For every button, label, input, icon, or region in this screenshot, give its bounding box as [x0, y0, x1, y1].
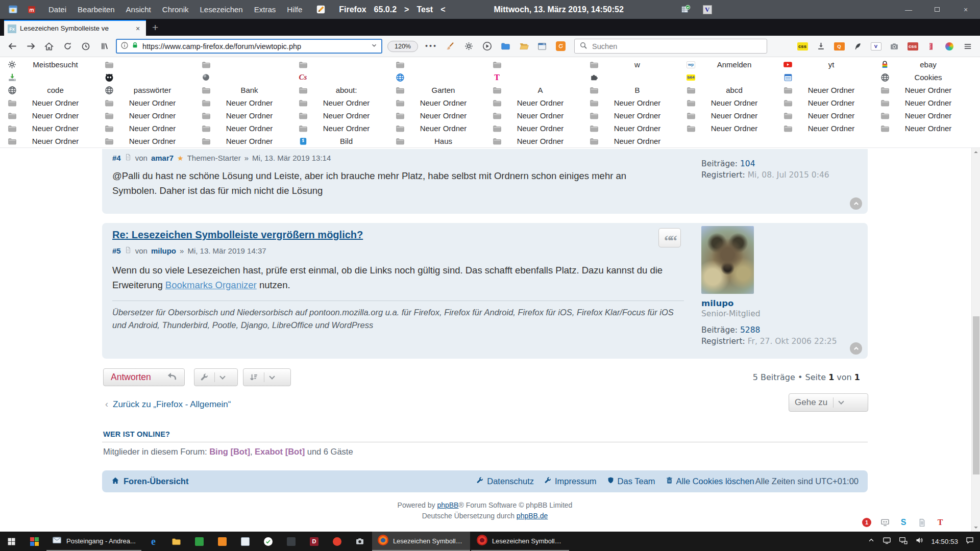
bookmark-item-neuer-ordner[interactable]: Neuer Ordner: [874, 122, 971, 135]
bookmark-item-neuer-ordner[interactable]: Neuer Ordner: [1, 96, 98, 109]
close-button[interactable]: ×: [951, 0, 980, 19]
tray-expand-icon[interactable]: [868, 537, 875, 546]
menu-ansicht[interactable]: Ansicht: [120, 5, 157, 14]
taskbar-icon-note-app[interactable]: [234, 532, 257, 551]
taskbar-icon-check-app[interactable]: [257, 532, 280, 551]
bookmark-item-about-[interactable]: about:: [292, 84, 389, 96]
tray-monitor-app-icon[interactable]: [880, 517, 890, 528]
bookmark-item-neuer-ordner[interactable]: Neuer Ordner: [583, 96, 680, 109]
ruler-icon[interactable]: [922, 38, 940, 55]
post4-postcount-link[interactable]: 104: [740, 159, 755, 168]
bookmark-item-neuer-ordner[interactable]: Neuer Ordner: [680, 96, 777, 109]
bookmark-item-cookies[interactable]: Cookies: [874, 71, 971, 84]
bookmarks-organizer-link[interactable]: Bookmarks Organizer: [165, 280, 257, 290]
session-refresh-icon[interactable]: [551, 38, 570, 55]
css-red-badge[interactable]: css: [903, 38, 922, 55]
bookmark-item[interactable]: [292, 58, 389, 71]
bookmark-item-anmelden[interactable]: wpAnmelden: [680, 58, 777, 71]
taskbar-button-firefox-2[interactable]: Lesezeichen Symbolle...: [471, 532, 569, 551]
bookmark-item-neuer-ordner[interactable]: Neuer Ordner: [680, 109, 777, 122]
home-button[interactable]: [40, 38, 58, 55]
tray-doc-app-icon[interactable]: [917, 517, 927, 528]
v-app-icon[interactable]: V: [701, 4, 714, 16]
scrollbar-thumb[interactable]: [973, 316, 979, 474]
post5-username-link[interactable]: milupo: [701, 298, 733, 308]
download-icon[interactable]: [812, 38, 830, 55]
bing-bot-link[interactable]: Bing [Bot]: [209, 447, 250, 456]
media-play-icon[interactable]: [478, 38, 496, 55]
back-button[interactable]: [3, 38, 21, 55]
site-info-icon[interactable]: [120, 41, 129, 52]
reply-button[interactable]: Antworten: [103, 368, 185, 386]
scrollbar-up-icon[interactable]: [972, 148, 980, 156]
bookmark-item-a[interactable]: A: [486, 84, 583, 96]
sort-dropdown-icon[interactable]: [264, 369, 280, 386]
post5-title-link[interactable]: Re: Lesezeichen Symbolleiste vergrößern …: [112, 229, 363, 241]
bookmark-item[interactable]: [98, 58, 195, 71]
minimize-button[interactable]: —: [894, 0, 923, 19]
bookmark-item-neuer-ordner[interactable]: Neuer Ordner: [195, 122, 292, 135]
taskbar-icon-dark-app[interactable]: [280, 532, 303, 551]
post4-author-link[interactable]: amar7: [151, 154, 174, 162]
post-doc-icon[interactable]: [125, 154, 132, 162]
colors-app-icon[interactable]: [23, 532, 46, 551]
search-bar[interactable]: Suchen: [574, 39, 767, 54]
bookmark-window-icon[interactable]: [7, 4, 19, 16]
pencil-note-icon[interactable]: [314, 4, 327, 16]
taskbar-icon-green-app[interactable]: [188, 532, 211, 551]
bookmark-item-neuer-ordner[interactable]: Neuer Ordner: [777, 96, 874, 109]
taskbar-icon-orange-app[interactable]: [211, 532, 234, 551]
bookmark-item[interactable]: Cs: [292, 71, 389, 84]
bookmark-item[interactable]: [777, 71, 874, 84]
bookmark-item-neuer-ordner[interactable]: Neuer Ordner: [195, 96, 292, 109]
forum-overview-link[interactable]: Foren-Übersicht: [111, 477, 188, 487]
footer-link-alle-cookies-l-schen[interactable]: Alle Cookies löschen: [666, 477, 754, 486]
network-icon[interactable]: [899, 536, 908, 547]
reload-button[interactable]: [58, 38, 77, 55]
bookmark-item-code[interactable]: code: [1, 84, 98, 96]
new-tab-button[interactable]: +: [152, 20, 158, 35]
bookmark-item-neuer-ordner[interactable]: Neuer Ordner: [777, 122, 874, 135]
settings-gear-icon[interactable]: [459, 38, 478, 55]
bookmark-item-neuer-ordner[interactable]: Neuer Ordner: [874, 109, 971, 122]
bookmark-item-neuer-ordner[interactable]: Neuer Ordner: [98, 122, 195, 135]
bookmark-item[interactable]: [195, 71, 292, 84]
zoom-indicator[interactable]: 120%: [387, 41, 418, 52]
bookmark-item[interactable]: [98, 71, 195, 84]
bookmark-item-neuer-ordner[interactable]: Neuer Ordner: [389, 109, 486, 122]
exabot-link[interactable]: Exabot [Bot]: [255, 447, 305, 456]
taskbar-icon-camera-app[interactable]: [349, 532, 372, 551]
urlbar-dropdown-icon[interactable]: [371, 42, 378, 51]
bookmark-item-neuer-ordner[interactable]: Neuer Ordner: [777, 84, 874, 96]
bookmark-item-yt[interactable]: yt: [777, 58, 874, 71]
bookmark-item-neuer-ordner[interactable]: Neuer Ordner: [486, 122, 583, 135]
taskbar-icon-d-app[interactable]: D: [303, 532, 326, 551]
bookmark-item[interactable]: [1, 71, 98, 84]
bookmark-item-abcd[interactable]: abcd: [680, 84, 777, 96]
menu-extras[interactable]: Extras: [249, 5, 282, 14]
topic-tools-button[interactable]: [194, 368, 238, 386]
bookmark-item-b[interactable]: B: [583, 84, 680, 96]
bookmark-item[interactable]: [389, 58, 486, 71]
open-folder-icon[interactable]: [514, 38, 533, 55]
phpbb-de-link[interactable]: phpBB.de: [517, 512, 548, 520]
bookmark-item-neuer-ordner[interactable]: Neuer Ordner: [1, 109, 98, 122]
display-icon[interactable]: [883, 536, 891, 547]
scrollbar-down-icon[interactable]: [972, 523, 980, 532]
forward-button[interactable]: [21, 38, 40, 55]
tab-lesezeichen-symbolleiste[interactable]: Fx Lesezeichen Symbolleiste ve ×: [4, 20, 146, 36]
taskbar-button-firefox-1[interactable]: Lesezeichen Symbolle...: [372, 532, 470, 551]
bookmark-item-neuer-ordner[interactable]: Neuer Ordner: [777, 109, 874, 122]
bookmark-item-ebay[interactable]: ebay: [874, 58, 971, 71]
page-actions-icon[interactable]: •••: [425, 43, 437, 49]
footer-link-das-team[interactable]: Das Team: [607, 477, 655, 486]
bookmark-item-neuer-ordner[interactable]: Neuer Ordner: [486, 96, 583, 109]
phpbb-link[interactable]: phpBB: [437, 501, 458, 509]
footer-link-impressum[interactable]: Impressum: [544, 477, 597, 486]
bookmark-item-neuer-ordner[interactable]: Neuer Ordner: [1, 135, 98, 147]
window-app-icon[interactable]: [533, 38, 551, 55]
screenshot-icon[interactable]: [885, 38, 903, 55]
bookmark-item-haus[interactable]: Haus: [389, 135, 486, 147]
tray-s-app-icon[interactable]: S: [898, 517, 909, 528]
taskbar-icon-folder-yellow[interactable]: [165, 532, 188, 551]
